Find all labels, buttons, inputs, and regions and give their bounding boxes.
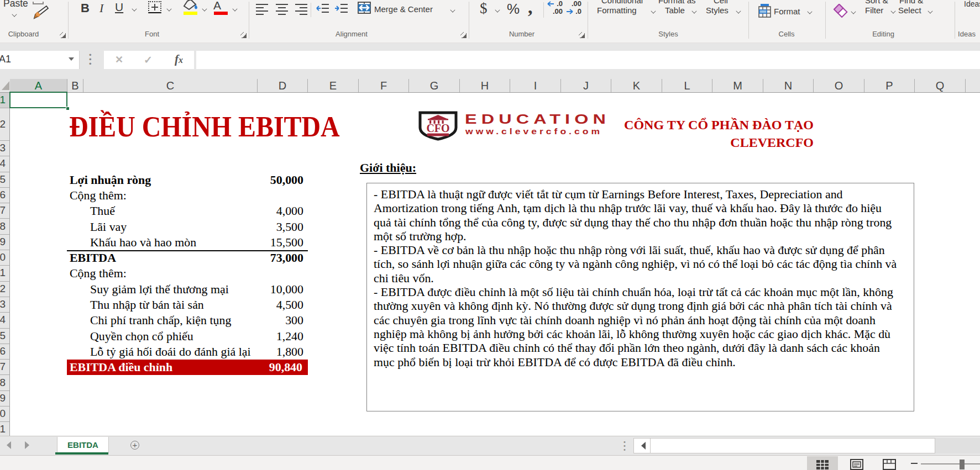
svg-text:CFO: CFO — [426, 122, 449, 134]
svg-text:.0: .0 — [575, 7, 581, 15]
svg-text:.00: .00 — [553, 7, 563, 15]
